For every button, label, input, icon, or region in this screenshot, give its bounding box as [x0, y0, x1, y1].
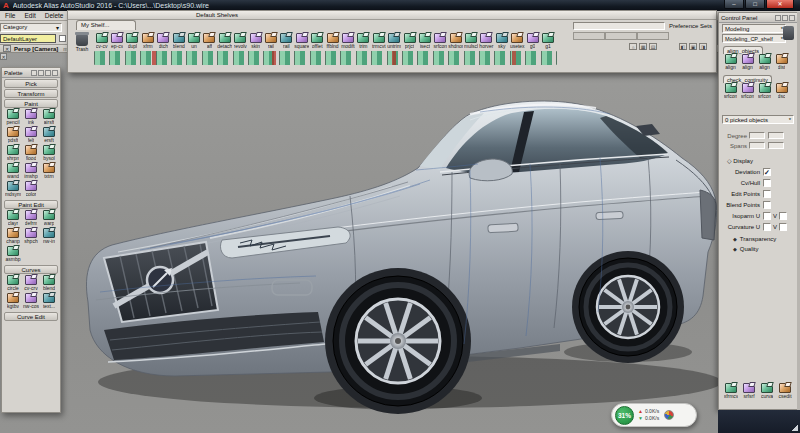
cp-tool[interactable]: align: [722, 54, 739, 72]
cp-tool[interactable]: srfsrf: [740, 383, 758, 401]
tab-align-objects[interactable]: align_objects: [723, 46, 763, 54]
curvature-v-checkbox[interactable]: [779, 223, 787, 231]
shelf-window-title[interactable]: Default Shelves: [68, 11, 716, 20]
palette-tool[interactable]: nw-cos: [22, 293, 40, 311]
palette-tool[interactable]: airsft: [40, 109, 58, 127]
palette-section-paint[interactable]: Paint: [4, 99, 58, 108]
minimize-button[interactable]: –: [724, 0, 744, 9]
category-dropdown[interactable]: Category ▾: [0, 23, 62, 32]
preference-sets-button[interactable]: Preference Sets: [669, 23, 712, 29]
palette-tool[interactable]: asmbp: [4, 246, 22, 264]
palette-tool[interactable]: wand: [4, 163, 22, 181]
panel-cycle-icon[interactable]: [789, 15, 795, 21]
shelf-tool[interactable]: cv-cv: [94, 33, 109, 50]
palette-tool[interactable]: txtrn: [40, 163, 58, 181]
cvhull-checkbox[interactable]: [763, 179, 771, 187]
palette-section-curve-edit[interactable]: Curve Edit: [4, 312, 58, 321]
palette-tool[interactable]: flood: [22, 145, 40, 163]
cp-tool[interactable]: curva: [758, 383, 776, 401]
shelf-tool[interactable]: revolv: [233, 33, 248, 50]
preference-cell[interactable]: [573, 32, 605, 40]
shelf-tool[interactable]: modift: [340, 33, 355, 50]
edit-points-checkbox[interactable]: [763, 190, 771, 198]
trash-icon[interactable]: [783, 26, 794, 40]
palette-tool[interactable]: imshp: [22, 163, 40, 181]
palette-tool[interactable]: shrpn: [4, 145, 22, 163]
palette-tool[interactable]: clayr: [4, 210, 22, 228]
shelf-tool[interactable]: usetex: [510, 33, 525, 50]
cp-tool[interactable]: srfcon: [722, 83, 739, 101]
cp-tool[interactable]: align: [739, 54, 756, 72]
shelf-tool[interactable]: trmcvt: [371, 33, 386, 50]
viewport-close-icon[interactable]: ✕: [3, 45, 11, 52]
palette-tool[interactable]: warp: [40, 210, 58, 228]
panel-up-icon[interactable]: [782, 15, 788, 21]
trash-icon[interactable]: [76, 34, 88, 46]
shelf-tool[interactable]: rail: [279, 33, 294, 50]
palette-tool[interactable]: blend: [40, 275, 58, 293]
palette-tool[interactable]: shpch: [22, 228, 40, 246]
palette-tool[interactable]: circle: [4, 275, 22, 293]
palette-tool[interactable]: nw-in: [40, 228, 58, 246]
transparency-section[interactable]: Transparency: [733, 236, 797, 242]
palette-section-transform[interactable]: Transform: [4, 89, 58, 98]
menu-delete[interactable]: Delete: [45, 12, 64, 19]
curvature-u-checkbox[interactable]: [763, 223, 771, 231]
palette-tool[interactable]: pencil: [4, 109, 22, 127]
quality-section[interactable]: Quality: [733, 246, 797, 252]
shelf-tool[interactable]: g0: [525, 33, 540, 50]
palette-tool[interactable]: defrm: [22, 210, 40, 228]
palette-dock-icon[interactable]: [31, 70, 37, 76]
resize-grip[interactable]: [792, 425, 798, 431]
shelf-tool[interactable]: trim: [356, 33, 371, 50]
shelf-tool[interactable]: shdnon: [448, 33, 463, 50]
shelf-tool[interactable]: offlet: [309, 33, 324, 50]
shelf-tool[interactable]: ffblnd: [325, 33, 340, 50]
cp-tool[interactable]: srfcon: [739, 83, 756, 101]
menu-edit[interactable]: Edit: [24, 12, 35, 19]
shelf-tool[interactable]: rail: [263, 33, 278, 50]
palette-title-bar[interactable]: Palette: [2, 68, 60, 78]
shelf-tool[interactable]: xfrm: [140, 33, 155, 50]
spans-field-v[interactable]: [768, 142, 784, 149]
palette-tool[interactable]: ersft: [40, 127, 58, 145]
modeling-preset-dropdown[interactable]: Modeling *: [722, 24, 786, 33]
palette-refresh-icon[interactable]: [52, 70, 58, 76]
layer-visibility-toggle[interactable]: [59, 35, 66, 42]
isoparm-u-checkbox[interactable]: [763, 212, 771, 220]
shelf-tool[interactable]: prjct: [402, 33, 417, 50]
deviation-checkbox[interactable]: ✓: [763, 168, 771, 176]
degree-field-v[interactable]: [768, 132, 784, 139]
close-button[interactable]: ✕: [766, 0, 794, 9]
cp-tool[interactable]: srfcon: [756, 83, 773, 101]
network-monitor-widget[interactable]: 31% ▲ 0.0K/s ▼ 0.0K/s: [611, 403, 697, 427]
grid-snap-icon[interactable]: ▦: [639, 43, 647, 50]
shelf-tool[interactable]: mulscl: [463, 33, 478, 50]
curve-snap-icon[interactable]: ▤: [649, 43, 657, 50]
maximize-button[interactable]: □: [745, 0, 765, 9]
display-section-header[interactable]: ◇ Display: [727, 157, 797, 164]
palette-list-icon[interactable]: [38, 70, 44, 76]
shelf-tool[interactable]: isect: [417, 33, 432, 50]
cp-shelf-dropdown[interactable]: Modeling_CP_shelf *: [722, 34, 786, 43]
palette-tool[interactable]: kgtbv: [4, 293, 22, 311]
palette-section-paint-edit[interactable]: Paint Edit: [4, 200, 58, 209]
window-icon[interactable]: ◨: [699, 43, 707, 50]
viewport-corner-icon[interactable]: ✕: [0, 53, 7, 60]
shelf-tool[interactable]: ep-cv: [109, 33, 124, 50]
shelf-tool[interactable]: detach: [217, 33, 232, 50]
palette-tool[interactable]: pdsft: [4, 127, 22, 145]
shelf-tool[interactable]: horver: [479, 33, 494, 50]
preference-cell[interactable]: [637, 32, 669, 40]
shelf-tool[interactable]: dupl: [125, 33, 140, 50]
shelf-tool[interactable]: untrim: [386, 33, 401, 50]
palette-tool[interactable]: ink: [22, 109, 40, 127]
shelf-tool[interactable]: g1: [540, 33, 555, 50]
browser-icon[interactable]: [664, 410, 674, 420]
menu-file[interactable]: File: [5, 12, 15, 19]
palette-tool[interactable]: bysol: [40, 145, 58, 163]
picked-objects-dropdown[interactable]: 0 picked objects *: [722, 115, 794, 124]
isoparm-v-checkbox[interactable]: [779, 212, 787, 220]
shelf-tool[interactable]: un: [186, 33, 201, 50]
palette-tool[interactable]: text...: [40, 293, 58, 311]
